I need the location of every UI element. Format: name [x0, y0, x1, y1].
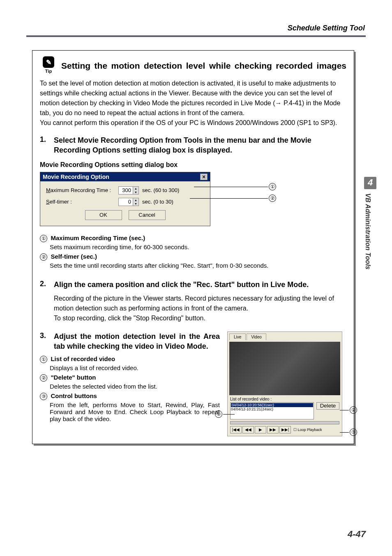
- chapter-sidebar: 4 VB Administration Tools: [364, 177, 376, 300]
- header-rule: [26, 35, 366, 37]
- tip-icon-label: Tip: [45, 69, 52, 74]
- self-timer-range: sec. (0 to 30): [142, 199, 173, 205]
- step2-body: Recording of the picture in the Viewer s…: [54, 294, 346, 323]
- tip-icon: ✎ Tip: [40, 56, 57, 75]
- step1-subhead: Movie Recording Options setting dialog b…: [40, 161, 346, 169]
- desc3-2-title: "Delete" button: [51, 374, 96, 381]
- desc3-1-title: List of recorded video: [51, 355, 115, 362]
- desc3-3-title: Control buttons: [51, 392, 97, 399]
- dialog-callouts: ① ②: [210, 172, 280, 217]
- max-recording-value: 300: [119, 187, 133, 194]
- callout3-3: ③: [339, 429, 357, 436]
- spinner-up-icon[interactable]: ▲: [133, 198, 138, 202]
- desc3-2-body: Deletes the selected video from the list…: [50, 383, 220, 390]
- desc3-1-body: Displays a list of recorded video.: [50, 364, 220, 371]
- tip-body: To set the level of motion detection at …: [40, 79, 346, 128]
- recorded-video-label: List of recorded video :: [230, 397, 339, 401]
- movie-recording-dialog: Movie Recording Option × Maximum Recordi…: [40, 172, 210, 226]
- video-mode-panel: Live Video List of recorded video : 04/0…: [227, 331, 342, 436]
- playback-slider[interactable]: [230, 421, 339, 424]
- sidebar-label: VB Administration Tools: [364, 193, 371, 269]
- callout3-2: ②: [339, 406, 357, 414]
- loop-checkbox[interactable]: ☐ Loop Playback: [293, 428, 322, 432]
- callout-1: ①: [269, 183, 276, 190]
- callout3-3-label: ③: [40, 393, 47, 400]
- chapter-number: 4: [364, 177, 376, 189]
- video-preview: [229, 342, 340, 395]
- spinner-down-icon[interactable]: ▼: [133, 190, 138, 194]
- fast-forward-icon[interactable]: ▶▶: [267, 426, 279, 433]
- tip-title: Setting the motion detection level while…: [61, 61, 346, 71]
- step3-title: Adjust the motion detection level in the…: [54, 331, 220, 352]
- self-timer-label: Self-timer :: [46, 199, 115, 205]
- delete-button[interactable]: Delete: [316, 402, 339, 410]
- cancel-button[interactable]: Cancel: [129, 210, 166, 220]
- move-to-start-icon[interactable]: |◀◀: [230, 426, 242, 433]
- desc1-body: Sets maximum recording time, for 60-300 …: [50, 243, 346, 250]
- callout-1-label: ①: [40, 235, 47, 242]
- step2-title: Align the camera position and click the …: [54, 280, 346, 290]
- step1-title: Select Movie Recording Option from Tools…: [54, 135, 346, 155]
- desc1-title: Maximum Recording Time (sec.): [51, 234, 145, 241]
- recorded-video-list[interactable]: 04/04/12-10:20:56(31sec) 04/04/12-10:21:…: [230, 402, 314, 419]
- play-icon[interactable]: ▶: [255, 426, 266, 433]
- self-timer-spinner[interactable]: 0 ▲▼: [118, 198, 139, 206]
- rewind-icon[interactable]: ◀◀: [242, 426, 254, 433]
- page-header-title: Schedule Setting Tool: [288, 24, 365, 32]
- step1-number: 1.: [40, 135, 49, 155]
- ok-button[interactable]: OK: [85, 210, 122, 220]
- callout-2-label: ②: [40, 253, 47, 261]
- step2-number: 2.: [40, 280, 49, 290]
- list-item[interactable]: 04/04/12-10:21:21(24sec): [231, 407, 313, 411]
- page-number: 4-47: [348, 529, 366, 540]
- step3-number: 3.: [40, 331, 49, 352]
- spinner-down-icon[interactable]: ▼: [133, 202, 138, 206]
- max-recording-spinner[interactable]: 300 ▲▼: [118, 186, 139, 195]
- dialog-title: Movie Recording Option: [43, 174, 109, 180]
- tab-video[interactable]: Video: [247, 334, 266, 340]
- spinner-up-icon[interactable]: ▲: [133, 187, 138, 190]
- callout3-2-label: ②: [40, 374, 47, 382]
- desc2-body: Sets the time until recording starts aft…: [50, 262, 346, 269]
- list-item[interactable]: 04/04/12-10:20:56(31sec): [231, 403, 313, 407]
- desc2-title: Self-timer (sec.): [51, 253, 97, 260]
- max-recording-range: sec. (60 to 300): [142, 187, 179, 193]
- callout-2: ②: [269, 195, 276, 202]
- callout3-1-label: ①: [40, 356, 47, 363]
- tab-live[interactable]: Live: [229, 334, 246, 340]
- self-timer-value: 0: [119, 198, 133, 206]
- move-to-end-icon[interactable]: ▶▶|: [279, 426, 291, 433]
- max-recording-label: Maximum Recording Time :: [46, 187, 115, 193]
- close-icon[interactable]: ×: [200, 174, 208, 180]
- desc3-3-body: From the left, performs Move to Start, R…: [50, 401, 220, 422]
- tip-box: ✎ Tip Setting the motion detection level…: [32, 50, 354, 444]
- callout3-1: ①: [215, 410, 235, 418]
